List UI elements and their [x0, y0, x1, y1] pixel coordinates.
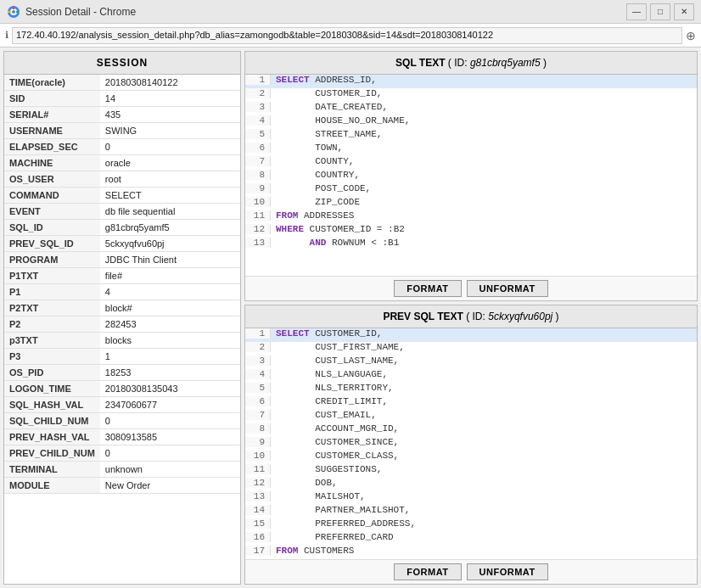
line-content: FROM ADDRESSES: [271, 210, 354, 221]
sql-top-lines: 1SELECT ADDRESS_ID,2 CUSTOMER_ID,3 DATE_…: [245, 75, 697, 276]
sql-top-format-button[interactable]: FORMAT: [394, 280, 461, 297]
line-number: 15: [245, 518, 271, 529]
session-panel: SESSION TIME(oracle)20180308140122SID14S…: [3, 51, 241, 585]
sql-line: 7 CUST_EMAIL,: [245, 410, 697, 423]
sql-line: 3 DATE_CREATED,: [245, 102, 697, 115]
line-number: 1: [245, 328, 271, 339]
line-content: CUST_EMAIL,: [271, 410, 377, 420]
sql-line: 6 CREDIT_LIMIT,: [245, 396, 697, 410]
sql-bottom-title: PREV SQL TEXT: [383, 311, 463, 322]
session-key: COMMAND: [4, 188, 100, 204]
line-content: ZIP_CODE: [271, 197, 360, 207]
session-row: SQL_HASH_VAL2347060677: [4, 397, 240, 413]
session-table-wrapper[interactable]: TIME(oracle)20180308140122SID14SERIAL#43…: [4, 75, 240, 584]
line-content: WHERE CUSTOMER_ID = :B2: [271, 224, 405, 234]
sql-line: 9 POST_CODE,: [245, 183, 697, 197]
sql-bottom-content[interactable]: 1SELECT CUSTOMER_ID,2 CUST_FIRST_NAME,3 …: [245, 328, 697, 559]
session-row: P31: [4, 349, 240, 365]
sql-top-panel: SQL TEXT ( ID: g81cbrq5yamf5 ) 1SELECT A…: [244, 51, 698, 301]
maximize-button[interactable]: □: [650, 3, 670, 20]
line-number: 1: [245, 75, 271, 85]
session-table: TIME(oracle)20180308140122SID14SERIAL#43…: [4, 75, 240, 494]
close-button[interactable]: ✕: [674, 3, 694, 20]
session-value: JDBC Thin Client: [100, 252, 240, 268]
sql-top-header: SQL TEXT ( ID: g81cbrq5yamf5 ): [245, 52, 697, 75]
line-content: SELECT ADDRESS_ID,: [271, 75, 377, 85]
session-row: P1TXTfile#: [4, 268, 240, 284]
sql-line: 2 CUST_FIRST_NAME,: [245, 342, 697, 356]
session-row: PREV_SQL_ID5ckxyqfvu60pj: [4, 236, 240, 252]
line-number: 14: [245, 505, 271, 515]
sql-top-unformat-button[interactable]: UNFORMAT: [467, 280, 548, 297]
session-key: SQL_HASH_VAL: [4, 397, 100, 413]
session-value: 2347060677: [100, 397, 240, 413]
session-value: 20180308140122: [100, 75, 240, 91]
session-value: 1: [100, 349, 240, 365]
session-header: SESSION: [4, 52, 240, 75]
session-row: TERMINALunknown: [4, 462, 240, 478]
line-content: CUSTOMER_SINCE,: [271, 437, 399, 447]
session-value: 0: [100, 413, 240, 429]
session-value: 4: [100, 284, 240, 300]
sql-line: 12WHERE CUSTOMER_ID = :B2: [245, 224, 697, 238]
session-row: p3TXTblocks: [4, 333, 240, 349]
minimize-button[interactable]: —: [626, 3, 647, 20]
window-controls: — □ ✕: [626, 3, 694, 20]
line-content: DOB,: [271, 478, 338, 488]
session-key: TERMINAL: [4, 462, 100, 478]
session-row: SERIAL#435: [4, 107, 240, 123]
line-number: 4: [245, 115, 271, 126]
sql-line: 10 CUSTOMER_CLASS,: [245, 451, 697, 464]
session-row: EVENTdb file sequential: [4, 204, 240, 220]
session-row: SQL_IDg81cbrq5yamf5: [4, 220, 240, 236]
line-content: STREET_NAME,: [271, 129, 382, 139]
line-number: 5: [245, 129, 271, 139]
sql-line: 8 COUNTRY,: [245, 170, 697, 183]
line-content: CUST_LAST_NAME,: [271, 356, 399, 366]
line-content: NLS_LANGUAGE,: [271, 369, 388, 379]
session-value: unknown: [100, 462, 240, 478]
sql-line: 15 PREFERRED_ADDRESS,: [245, 518, 697, 532]
line-number: 6: [245, 396, 271, 406]
session-key: ELAPSED_SEC: [4, 139, 100, 155]
session-row: MACHINEoracle: [4, 155, 240, 171]
session-key: p3TXT: [4, 333, 100, 349]
sql-bottom-format-button[interactable]: FORMAT: [394, 563, 461, 580]
session-value: blocks: [100, 333, 240, 349]
line-number: 7: [245, 156, 271, 166]
session-key: P1: [4, 284, 100, 300]
sql-top-id-close: ): [543, 57, 547, 69]
session-key: SERIAL#: [4, 107, 100, 123]
sql-line: 4 HOUSE_NO_OR_NAME,: [245, 115, 697, 129]
sql-bottom-unformat-button[interactable]: UNFORMAT: [467, 563, 548, 580]
line-number: 16: [245, 532, 271, 542]
session-value: db file sequential: [100, 204, 240, 220]
session-value: root: [100, 171, 240, 188]
line-number: 12: [245, 224, 271, 234]
session-row: PREV_HASH_VAL3080913585: [4, 429, 240, 445]
sql-line: 11 SUGGESTIONS,: [245, 464, 697, 478]
session-key: SQL_CHILD_NUM: [4, 413, 100, 429]
line-content: DATE_CREATED,: [271, 102, 388, 112]
sql-line: 8 ACCOUNT_MGR_ID,: [245, 423, 697, 437]
sql-line: 5 STREET_NAME,: [245, 129, 697, 143]
session-value: 0: [100, 139, 240, 155]
url-bar[interactable]: 172.40.40.192/analysis_session_detail.ph…: [12, 27, 682, 44]
refresh-icon[interactable]: ⊕: [686, 29, 696, 42]
line-number: 9: [245, 183, 271, 193]
line-content: ACCOUNT_MGR_ID,: [271, 423, 399, 434]
line-number: 3: [245, 102, 271, 112]
sql-line: 7 COUNTY,: [245, 156, 697, 170]
session-value: file#: [100, 268, 240, 284]
line-content: SUGGESTIONS,: [271, 464, 382, 474]
session-value: 5ckxyqfvu60pj: [100, 236, 240, 252]
session-value: g81cbrq5yamf5: [100, 220, 240, 236]
title-bar: Session Detail - Chrome — □ ✕: [0, 0, 701, 24]
session-key: P2: [4, 316, 100, 333]
sql-line: 11FROM ADDRESSES: [245, 210, 697, 224]
sql-top-content[interactable]: 1SELECT ADDRESS_ID,2 CUSTOMER_ID,3 DATE_…: [245, 75, 697, 276]
line-number: 11: [245, 464, 271, 474]
info-icon: ℹ: [5, 30, 8, 41]
session-key: PREV_HASH_VAL: [4, 429, 100, 445]
sql-line: 17FROM CUSTOMERS: [245, 546, 697, 559]
